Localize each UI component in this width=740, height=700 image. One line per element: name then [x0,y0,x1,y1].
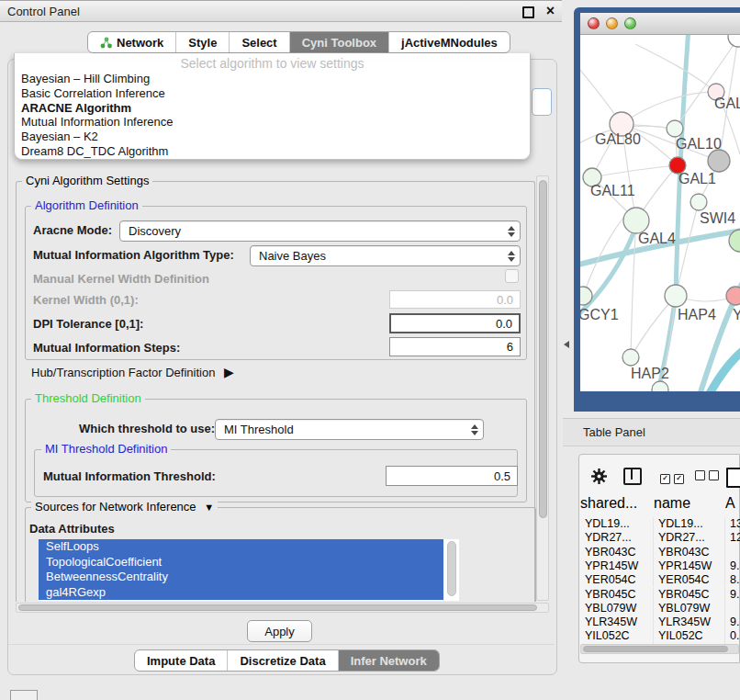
close-panel-icon[interactable]: × [546,2,555,20]
apply-button[interactable]: Apply [247,620,312,642]
table-cell[interactable]: YIL052C [580,629,654,643]
tab-style[interactable]: Style [175,32,229,52]
settings-horizontal-thumb[interactable] [18,604,537,611]
algorithm-option-aracne-algorithm[interactable]: ARACNE Algorithm [21,101,530,116]
network-node-hap4[interactable] [665,285,687,307]
control-panel-title: Control Panel [7,5,80,18]
collapsed-panel-icon[interactable] [10,690,38,700]
tab-infer-network[interactable]: Infer Network [338,650,439,671]
column-header-shared[interactable]: shared... [580,495,654,512]
attribute-item-topologicalcoefficient[interactable]: TopologicalCoefficient [39,555,443,570]
manual-kernel-checkbox[interactable] [505,269,519,283]
network-node-gal4[interactable] [623,208,649,233]
aracne-mode-select[interactable]: Discovery [119,220,521,242]
apply-button-label: Apply [264,625,295,638]
column-selector-icon[interactable] [623,468,642,485]
table-cell[interactable]: YDL19... [654,517,725,531]
tab-cyni-toolbox[interactable]: Cyni Toolbox [289,32,388,52]
table-cell[interactable]: 13 [725,517,740,531]
attribute-item-betweennesscentrality[interactable]: BetweennessCentrality [39,570,443,585]
network-edge-highlighted[interactable] [580,223,637,320]
table-cell[interactable]: YLR345W [654,615,725,629]
network-node[interactable] [652,381,668,391]
algorithm-option-basic-correlation-inference[interactable]: Basic Correlation Inference [21,86,530,101]
table-cell[interactable]: 9. [725,559,740,573]
table-cell[interactable]: YLR345W [580,615,654,629]
network-node-swi4[interactable] [690,194,707,210]
hub-definition-expander[interactable]: Hub/Transcription Factor Definition ▶ [31,365,234,379]
algorithm-dropdown: Select algorithm to view settings Bayesi… [14,53,531,160]
deselect-all-rows-icon[interactable] [695,468,723,484]
mi-threshold-field[interactable]: 0.5 [386,466,518,486]
settings-horizontal-scrollbar[interactable] [16,603,549,613]
dpi-tolerance-field[interactable]: 0.0 [389,313,521,333]
table-cell[interactable]: 9. [725,615,740,629]
table-cell[interactable] [725,602,740,615]
settings-vertical-scrollbar[interactable] [536,175,549,601]
table-cell[interactable]: YDL19... [580,517,654,531]
table-cell[interactable]: YER054C [654,573,725,587]
tab-network[interactable]: Network [88,32,175,52]
table-cell[interactable]: YBR043C [580,546,654,559]
mi-type-select[interactable]: Naive Bayes [250,245,521,266]
network-window-titlebar[interactable] [580,13,740,35]
splitpane-collapse-arrow-icon[interactable] [564,341,569,348]
table-cell[interactable]: YIL052C [654,629,725,643]
column-header-name[interactable]: name [654,495,725,512]
mi-steps-field[interactable]: 6 [389,337,521,356]
column-header-a[interactable]: A [725,495,740,512]
data-attributes-list[interactable]: SelfLoopsTopologicalCoefficientBetweenne… [39,539,459,601]
table-cell[interactable]: YBR045C [580,588,654,602]
table-horizontal-thumb[interactable] [583,646,728,652]
table-cell[interactable]: YDR27... [654,531,725,545]
algorithm-option-bayesian-hill-climbing[interactable]: Bayesian – Hill Climbing [21,72,530,86]
select-all-rows-icon[interactable]: ✓✓ [660,468,688,484]
table-cell[interactable]: YDR27... [580,531,654,545]
export-table-icon[interactable] [726,468,740,488]
kernel-width-field[interactable]: 0.0 [389,290,521,309]
zoom-window-icon[interactable] [624,17,636,29]
table-cell[interactable]: YBR045C [654,588,725,602]
table-cell[interactable]: 0. [725,629,740,643]
tab-label: jActiveMNodules [401,36,498,50]
attribute-item-gal4rgexp[interactable]: gal4RGexp [39,585,443,601]
network-node[interactable] [708,150,730,172]
table-cell[interactable]: YER054C [580,573,654,587]
table-cell[interactable]: 9. [725,588,740,602]
table-cell[interactable]: YBL079W [654,602,725,615]
algorithm-option-bayesian-k2[interactable]: Bayesian – K2 [21,130,530,144]
mi-steps-label: Mutual Information Steps: [33,341,180,355]
table-cell[interactable]: 12 [725,531,740,545]
close-window-icon[interactable] [588,17,600,29]
list-scrollbar-thumb[interactable] [447,541,456,596]
network-edge[interactable] [622,92,716,124]
table-cell[interactable]: YPR145W [580,559,654,573]
network-edge[interactable] [635,44,716,92]
algorithm-option-mutual-information-inference[interactable]: Mutual Information Inference [21,115,530,130]
network-view-canvas[interactable]: GAL7GAL80GAL10GAL1GAL11GAL4SWI4GCY1HAP4Y… [580,35,740,391]
table-cell[interactable]: YPR145W [654,559,725,573]
table-cell[interactable]: 8. [725,573,740,587]
float-window-icon[interactable] [522,6,534,18]
table-cell[interactable]: YBR043C [654,546,725,559]
algorithm-option-dream8-dc-tdc-algorithm[interactable]: Dream8 DC_TDC Algorithm [21,144,530,159]
network-edge[interactable] [592,165,678,177]
tab-discretize-data[interactable]: Discretize Data [227,650,337,671]
tab-jactivemnodules[interactable]: jActiveMNodules [388,32,510,52]
attribute-item-selfloops[interactable]: SelfLoops [39,539,443,555]
minimize-window-icon[interactable] [606,17,618,29]
table-horizontal-scrollbar[interactable] [580,644,739,654]
which-threshold-select[interactable]: MI Threshold [215,419,484,440]
settings-gear-icon[interactable] [590,468,608,485]
network-node-hap2[interactable] [622,349,639,366]
network-node[interactable] [728,35,740,47]
network-node-gal10[interactable] [667,120,683,137]
tab-select[interactable]: Select [229,32,288,52]
table-cell[interactable]: YBL079W [580,602,654,615]
sources-group-title[interactable]: Sources for Network Inference ▼ [31,501,218,514]
network-node-y[interactable] [726,287,740,305]
settings-vertical-thumb[interactable] [539,180,547,518]
table-cell[interactable] [725,546,740,559]
tab-impute-data[interactable]: Impute Data [135,650,227,671]
network-graph[interactable]: GAL7GAL80GAL10GAL1GAL11GAL4SWI4GCY1HAP4Y… [580,35,740,391]
